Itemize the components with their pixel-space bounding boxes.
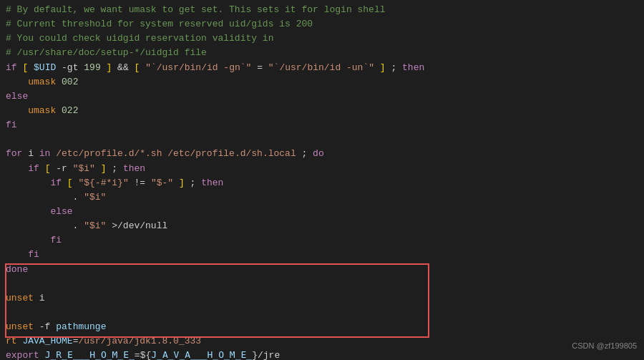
code-line-23: unset -f pathmunge — [0, 320, 644, 334]
code-line-22 — [0, 306, 644, 320]
code-line-19: done — [0, 263, 644, 277]
code-line-3: # You could check uidgid reservation val… — [0, 31, 644, 46]
code-line-24: rt JAVA_HOME = /usr/java/jdk1.8.0_333 — [0, 334, 644, 349]
code-line-17: fi — [0, 233, 644, 248]
code-line-8: umask 022 — [0, 104, 644, 118]
code-line-15: else — [0, 205, 644, 219]
code-line-5: if [ $UID -gt 199 ] && [ "`/usr/bin/id -… — [0, 61, 644, 75]
code-line-1: # By default, we want umask to get set. … — [0, 3, 644, 17]
code-line-6: umask 002 — [0, 75, 644, 89]
code-line-13: if [ "${-#*i}" != "$-" ] ; then — [0, 176, 644, 190]
code-line-9: fi — [0, 118, 644, 132]
code-line-11: for i in /etc/profile.d/*.sh /etc/profil… — [0, 147, 644, 161]
code-line-16: . "$i" >/dev/null — [0, 219, 644, 233]
code-line-18: fi — [0, 248, 644, 262]
watermark: CSDN @zf199805 — [572, 341, 637, 350]
code-line-14: . "$i" — [0, 190, 644, 205]
code-line-20 — [0, 277, 644, 291]
code-line-21: unset i — [0, 291, 644, 306]
code-editor: # By default, we want umask to get set. … — [0, 0, 644, 360]
code-line-4: # /usr/share/doc/setup-*/uidgid file — [0, 46, 644, 60]
code-line-10 — [0, 132, 644, 147]
code-line-2: # Current threshold for system reserved … — [0, 17, 644, 31]
code-line-25: export J̲R̲E̲_̲H̲O̲M̲E̲ = ${ J̲A̲V̲A̲_̲H… — [0, 349, 644, 360]
code-line-7: else — [0, 89, 644, 104]
code-line-12: if [ -r "$i" ] ; then — [0, 162, 644, 176]
